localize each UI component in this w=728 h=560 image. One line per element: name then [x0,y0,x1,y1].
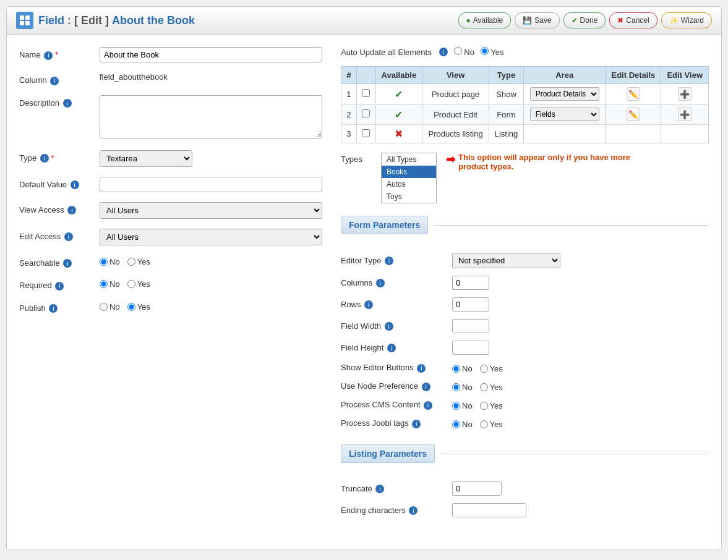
use-node-pref-yes-label[interactable]: Yes [480,383,503,392]
searchable-yes-label[interactable]: Yes [127,257,150,266]
auto-update-info-icon[interactable]: i [439,48,448,56]
done-button[interactable]: ✔ Done [563,12,606,28]
edit-access-row: Edit Access i All Users Registered Admin [19,229,322,245]
type-books[interactable]: Books [382,166,436,178]
row3-checkbox[interactable] [362,129,370,137]
cancel-button[interactable]: ✖ Cancel [609,12,657,28]
auto-update-no-label[interactable]: No [454,47,474,57]
edit-access-info-icon[interactable]: i [64,232,73,241]
wizard-button[interactable]: ✨ Wizard [661,12,712,28]
required-yes-radio[interactable] [127,280,135,288]
default-value-input[interactable] [100,177,322,192]
type-all-types[interactable]: All Types [382,153,436,166]
column-info-icon[interactable]: i [50,77,59,85]
auto-update-yes-radio[interactable] [481,47,489,55]
type-autos[interactable]: Autos [382,178,436,190]
process-cms-yes-radio[interactable] [480,402,488,410]
show-editor-btns-no-label[interactable]: No [452,364,473,373]
wizard-icon: ✨ [669,16,679,25]
field-height-info-icon[interactable]: i [387,344,396,352]
publish-no-label[interactable]: No [100,302,120,312]
use-node-pref-no-label[interactable]: No [452,383,473,392]
left-panel: Name i * Column i field_aboutthebook [19,47,322,533]
columns-info-icon[interactable]: i [376,279,385,287]
col-type: Type [489,67,524,84]
view-access-select[interactable]: All Users Registered Admin [100,202,322,219]
row1-edit-details-icon[interactable]: ✏️ [627,87,640,101]
required-yes-label[interactable]: Yes [127,279,150,289]
row3-available-icon: ✖ [395,129,403,139]
description-info-icon[interactable]: i [63,99,72,108]
show-editor-btns-yes-label[interactable]: Yes [480,364,503,373]
show-editor-btns-yes-radio[interactable] [480,365,488,373]
process-cms-yes-label[interactable]: Yes [480,401,503,410]
default-value-info-icon[interactable]: i [71,180,79,189]
row2-checkbox[interactable] [362,109,370,117]
col-edit-details: Edit Details [606,67,661,84]
columns-input[interactable] [452,276,489,290]
editor-type-row: Editor Type i Not specified TinyMCE Code… [341,253,709,268]
required-info-icon[interactable]: i [55,282,64,291]
rows-input[interactable] [452,297,489,312]
truncate-input[interactable] [452,482,502,496]
type-toys[interactable]: Toys [382,190,436,203]
publish-yes-radio[interactable] [127,303,135,311]
use-node-pref-yes-radio[interactable] [480,383,488,391]
auto-update-yes-label[interactable]: Yes [481,47,504,57]
searchable-row: Searchable i No Yes [19,255,322,268]
type-select[interactable]: Textarea Text Select [100,150,192,167]
process-cms-no-radio[interactable] [452,402,460,410]
show-editor-btns-no-radio[interactable] [452,365,460,373]
searchable-no-radio[interactable] [100,258,108,266]
save-button[interactable]: 💾 Save [515,12,559,28]
description-label: Description i [19,95,100,108]
field-width-info-icon[interactable]: i [385,322,393,331]
row1-edit-view-icon[interactable]: ➕ [678,87,692,101]
name-info-icon[interactable]: i [44,51,53,60]
ending-chars-info-icon[interactable]: i [409,506,418,515]
available-button[interactable]: ● Available [458,12,512,28]
publish-no-radio[interactable] [100,303,108,311]
searchable-info-icon[interactable]: i [63,259,72,268]
row2-edit-details-icon[interactable]: ✏️ [627,108,640,121]
publish-yes-label[interactable]: Yes [127,302,150,312]
listing-params-section: Listing Parameters Truncate i [341,444,709,517]
process-joobi-no-label[interactable]: No [452,420,473,429]
searchable-yes-radio[interactable] [127,258,135,266]
col-check [356,67,375,84]
field-height-input[interactable] [452,341,489,355]
description-textarea[interactable] [100,95,322,138]
process-joobi-no-radio[interactable] [452,420,460,428]
col-num: # [341,67,357,84]
type-info-icon[interactable]: i [40,154,49,163]
row1-checkbox[interactable] [362,89,370,97]
column-row: Column i field_aboutthebook [19,72,322,85]
show-editor-btns-info-icon[interactable]: i [417,364,426,373]
name-input[interactable] [100,47,322,62]
ending-chars-input[interactable] [452,503,526,517]
table-row: 3 ✖ Products listing Listing [341,125,709,143]
process-joobi-yes-radio[interactable] [480,420,488,428]
truncate-info-icon[interactable]: i [375,485,384,493]
edit-access-select[interactable]: All Users Registered Admin [100,229,322,245]
editor-type-info-icon[interactable]: i [385,257,393,265]
required-no-label[interactable]: No [100,279,120,289]
row2-area-select[interactable]: Product Details Fields Other [530,108,599,121]
editor-type-select[interactable]: Not specified TinyMCE CodeMirror [452,253,560,268]
publish-info-icon[interactable]: i [49,304,58,313]
rows-info-icon[interactable]: i [364,300,373,309]
ending-chars-row: Ending characters i [341,503,709,517]
row1-area-select[interactable]: Product Details Fields Other [530,87,599,101]
process-cms-no-label[interactable]: No [452,401,473,410]
use-node-pref-info-icon[interactable]: i [422,383,430,391]
row2-edit-view-icon[interactable]: ➕ [678,108,692,121]
field-width-input[interactable] [452,319,489,333]
required-no-radio[interactable] [100,280,108,288]
use-node-pref-no-radio[interactable] [452,383,460,391]
view-access-info-icon[interactable]: i [67,206,76,214]
process-joobi-yes-label[interactable]: Yes [480,420,503,429]
searchable-no-label[interactable]: No [100,257,120,266]
auto-update-no-radio[interactable] [454,47,462,55]
process-cms-info-icon[interactable]: i [424,401,432,410]
process-joobi-info-icon[interactable]: i [412,420,421,428]
